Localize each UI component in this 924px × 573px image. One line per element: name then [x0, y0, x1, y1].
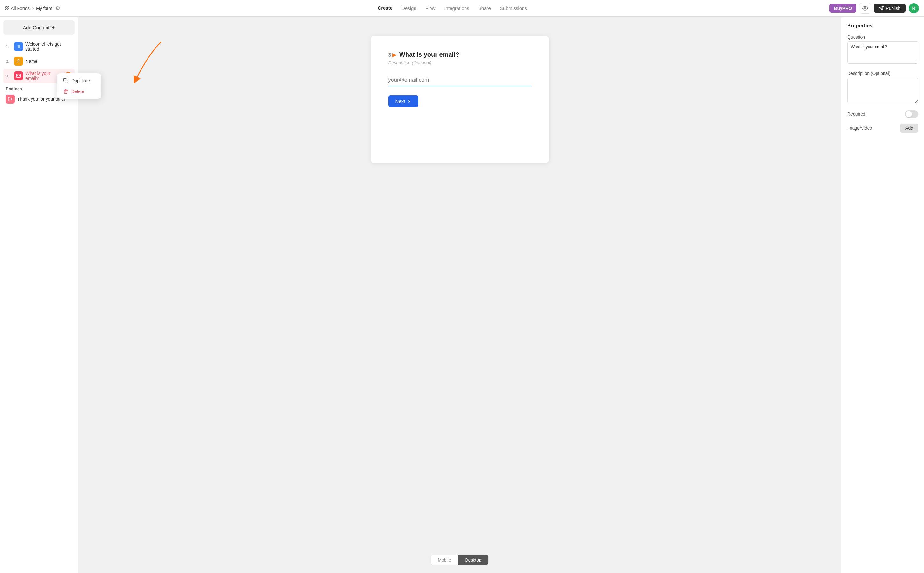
welcome-icon [14, 42, 23, 51]
required-label: Required [847, 111, 865, 117]
svg-rect-12 [65, 80, 68, 83]
user-avatar[interactable]: R [909, 3, 919, 13]
svg-rect-2 [6, 8, 7, 9]
main-layout: Add Content + 1. Welcome! lets get start… [0, 17, 924, 573]
form-name-label: My form [36, 6, 52, 11]
question-label: Question [847, 34, 918, 39]
canvas-area: 3▶ What is your email? Description (Opti… [78, 17, 841, 573]
description-textarea[interactable] [847, 78, 918, 103]
image-video-row: Image/Video Add [847, 124, 918, 133]
image-video-label: Image/Video [847, 125, 872, 131]
tab-create[interactable]: Create [378, 4, 392, 13]
svg-rect-1 [8, 6, 9, 8]
required-row: Required [847, 110, 918, 118]
desktop-view-button[interactable]: Desktop [458, 555, 488, 565]
top-navigation: All Forms > My form ⚙ Create Design Flow… [0, 0, 924, 17]
add-media-button[interactable]: Add [900, 124, 918, 133]
tab-design[interactable]: Design [402, 4, 416, 12]
tab-flow[interactable]: Flow [425, 4, 436, 12]
sidebar-item-welcome[interactable]: 1. Welcome! lets get started [3, 39, 75, 54]
toggle-knob [905, 111, 912, 117]
required-toggle[interactable] [905, 110, 918, 118]
description-label: Description (Optional) [847, 71, 918, 76]
svg-point-4 [865, 7, 866, 9]
mobile-view-button[interactable]: Mobile [431, 555, 458, 565]
context-menu: Duplicate Delete [57, 73, 78, 99]
thankyou-icon [6, 95, 15, 103]
question-textarea[interactable]: What is your email? [847, 41, 918, 64]
add-content-button[interactable]: Add Content + [3, 20, 75, 35]
buy-pro-button[interactable]: BuyPRO [829, 4, 857, 13]
svg-rect-0 [6, 6, 7, 8]
svg-point-11 [17, 59, 19, 61]
tab-share[interactable]: Share [478, 4, 491, 12]
form-question-title: 3▶ What is your email? [388, 51, 531, 58]
publish-button[interactable]: Publish [874, 4, 905, 13]
nav-tabs: Create Design Flow Integrations Share Su… [75, 4, 829, 13]
nav-left: All Forms > My form ⚙ [5, 5, 75, 11]
delete-menu-item[interactable]: Delete [59, 86, 78, 97]
nav-right: BuyPRO Publish R [829, 3, 919, 14]
sidebar: Add Content + 1. Welcome! lets get start… [0, 17, 78, 573]
properties-panel: Properties Question What is your email? … [841, 17, 924, 573]
sidebar-item-name[interactable]: 2. Name [3, 55, 75, 68]
breadcrumb-separator: > [31, 6, 34, 11]
settings-icon[interactable]: ⚙ [55, 5, 60, 11]
properties-title: Properties [847, 23, 918, 29]
preview-button[interactable] [860, 3, 871, 14]
email-icon [14, 71, 23, 80]
form-description: Description (Optional). [388, 60, 531, 65]
svg-rect-3 [8, 8, 9, 9]
next-button[interactable]: Next [388, 95, 419, 107]
view-toggle-bar: Mobile Desktop [430, 554, 489, 565]
plus-icon: + [51, 24, 55, 31]
form-preview-card: 3▶ What is your email? Description (Opti… [371, 36, 549, 163]
email-input-field[interactable] [388, 74, 531, 86]
tab-submissions[interactable]: Submissions [500, 4, 527, 12]
duplicate-menu-item[interactable]: Duplicate [59, 75, 78, 86]
name-icon [14, 57, 23, 66]
all-forms-link[interactable]: All Forms [5, 6, 30, 11]
tab-integrations[interactable]: Integrations [444, 4, 469, 12]
